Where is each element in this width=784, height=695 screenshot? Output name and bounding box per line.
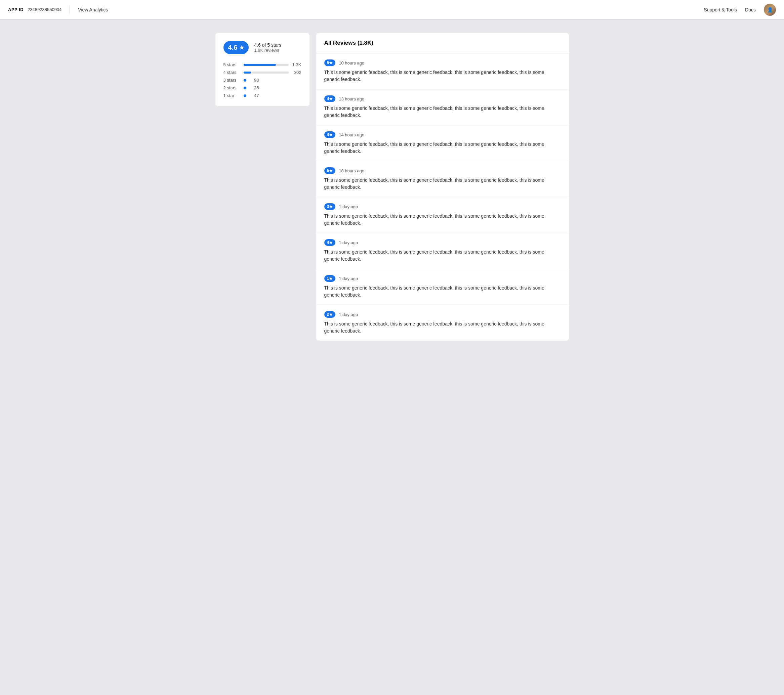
- rating-badge: 4.6 ★: [224, 41, 249, 54]
- view-analytics-link[interactable]: View Analytics: [78, 7, 108, 12]
- review-item: 1★1 day agoThis is some generic feedback…: [316, 269, 569, 305]
- rating-row-label: 3 stars: [224, 77, 241, 83]
- review-text: This is some generic feedback, this is s…: [324, 177, 561, 191]
- review-item: 4★14 hours agoThis is some generic feedb…: [316, 125, 569, 161]
- header-left: APP ID 23489238550904 View Analytics: [8, 6, 108, 14]
- rating-row: 3 stars98: [224, 77, 301, 83]
- review-time: 13 hours ago: [339, 96, 364, 102]
- review-time: 1 day ago: [339, 276, 358, 281]
- review-meta: 3★1 day ago: [324, 203, 561, 210]
- review-time: 1 day ago: [339, 312, 358, 317]
- review-text: This is some generic feedback, this is s…: [324, 105, 561, 119]
- review-star-badge: 4★: [324, 95, 336, 102]
- bar-dot: [244, 94, 246, 97]
- review-item: 4★13 hours agoThis is some generic feedb…: [316, 89, 569, 125]
- review-time: 14 hours ago: [339, 132, 364, 137]
- rating-reviews-count: 1.8K reviews: [254, 48, 281, 53]
- app-id-value: 23489238550904: [28, 7, 61, 12]
- bar-dot: [244, 79, 246, 82]
- rating-row: 4 stars302: [224, 70, 301, 75]
- review-meta: 4★14 hours ago: [324, 131, 561, 138]
- review-text: This is some generic feedback, this is s…: [324, 213, 561, 227]
- reviews-header: All Reviews (1.8K): [316, 33, 569, 53]
- reviews-panel: All Reviews (1.8K) 5★10 hours agoThis is…: [316, 33, 569, 341]
- avatar[interactable]: 👤: [764, 4, 776, 16]
- review-star-badge: 5★: [324, 59, 336, 66]
- avatar-image: 👤: [764, 4, 776, 16]
- rating-badge-star: ★: [239, 44, 244, 51]
- review-time: 10 hours ago: [339, 61, 364, 66]
- support-tools-link[interactable]: Support & Tools: [704, 7, 737, 12]
- review-text: This is some generic feedback, this is s…: [324, 248, 561, 263]
- review-item: 2★1 day agoThis is some generic feedback…: [316, 305, 569, 341]
- review-time: 18 hours ago: [339, 168, 364, 173]
- review-text: This is some generic feedback, this is s…: [324, 320, 561, 335]
- review-item: 5★10 hours agoThis is some generic feedb…: [316, 53, 569, 89]
- header-right: Support & Tools Docs 👤: [704, 4, 776, 16]
- rating-row-count: 25: [249, 85, 259, 90]
- rating-row: 5 stars1.3K: [224, 62, 301, 67]
- review-star-badge: 4★: [324, 239, 336, 246]
- review-meta: 2★1 day ago: [324, 311, 561, 318]
- review-meta: 1★1 day ago: [324, 275, 561, 282]
- rating-row-count: 302: [292, 70, 301, 75]
- rating-bars: 5 stars1.3K4 stars3023 stars982 stars251…: [224, 62, 301, 98]
- review-text: This is some generic feedback, this is s…: [324, 69, 561, 83]
- review-star-badge: 4★: [324, 131, 336, 138]
- rating-row: 2 stars25: [224, 85, 301, 90]
- rating-stars-text: 4.6 of 5 stars: [254, 42, 281, 48]
- review-star-badge: 2★: [324, 311, 336, 318]
- docs-link[interactable]: Docs: [745, 7, 756, 12]
- rating-row-count: 98: [249, 77, 259, 83]
- review-meta: 4★1 day ago: [324, 239, 561, 246]
- bar-container: [244, 72, 289, 74]
- review-time: 1 day ago: [339, 240, 358, 245]
- bar-container: [244, 64, 289, 66]
- review-star-badge: 1★: [324, 275, 336, 282]
- review-meta: 5★10 hours ago: [324, 59, 561, 66]
- review-text: This is some generic feedback, this is s…: [324, 141, 561, 155]
- rating-row-label: 1 star: [224, 93, 241, 98]
- rating-summary: 4.6 ★ 4.6 of 5 stars 1.8K reviews: [224, 41, 301, 54]
- rating-row-count: 47: [249, 93, 259, 98]
- rating-badge-value: 4.6: [228, 44, 237, 51]
- rating-row-label: 4 stars: [224, 70, 241, 75]
- rating-row-count: 1.3K: [292, 62, 301, 67]
- review-star-badge: 5★: [324, 167, 336, 174]
- review-meta: 4★13 hours ago: [324, 95, 561, 102]
- rating-card: 4.6 ★ 4.6 of 5 stars 1.8K reviews 5 star…: [216, 33, 310, 106]
- review-item: 4★1 day agoThis is some generic feedback…: [316, 233, 569, 269]
- rating-row-label: 2 stars: [224, 85, 241, 90]
- review-item: 3★1 day agoThis is some generic feedback…: [316, 197, 569, 233]
- app-id-label: APP ID: [8, 7, 23, 12]
- rating-row: 1 star47: [224, 93, 301, 98]
- header-divider: [69, 6, 70, 14]
- header: APP ID 23489238550904 View Analytics Sup…: [0, 0, 784, 20]
- bar-dot: [244, 87, 246, 89]
- review-time: 1 day ago: [339, 204, 358, 209]
- rating-text: 4.6 of 5 stars 1.8K reviews: [254, 42, 281, 53]
- review-meta: 5★18 hours ago: [324, 167, 561, 174]
- bar-fill: [244, 64, 276, 66]
- bar-fill: [244, 72, 251, 74]
- review-text: This is some generic feedback, this is s…: [324, 284, 561, 299]
- main-content: 4.6 ★ 4.6 of 5 stars 1.8K reviews 5 star…: [208, 20, 577, 354]
- reviews-list: 5★10 hours agoThis is some generic feedb…: [316, 53, 569, 341]
- rating-row-label: 5 stars: [224, 62, 241, 67]
- review-item: 5★18 hours agoThis is some generic feedb…: [316, 161, 569, 197]
- review-star-badge: 3★: [324, 203, 336, 210]
